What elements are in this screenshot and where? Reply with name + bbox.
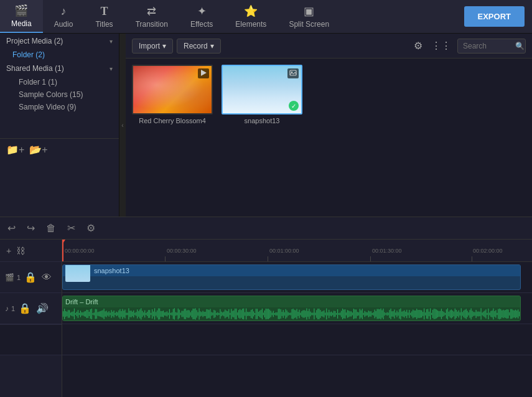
sidebar-item-shared-media[interactable]: Shared Media (1) ▾ [0, 61, 119, 76]
cut-button[interactable]: ✂ [66, 221, 77, 235]
import-chevron-icon: ▾ [162, 42, 166, 50]
svg-rect-179 [281, 309, 281, 319]
audio-lock-button[interactable]: 🔒 [17, 301, 32, 315]
media-item-snapshot[interactable]: ✓ snapshot13 [222, 65, 302, 210]
svg-rect-231 [345, 309, 345, 319]
sidebar-item-project-media[interactable]: Project Media (2) ▾ [0, 34, 119, 49]
svg-rect-61 [134, 313, 135, 315]
search-input[interactable] [463, 42, 513, 50]
svg-rect-317 [451, 309, 452, 318]
svg-rect-239 [355, 309, 355, 318]
audio-clip-drift[interactable]: Drift – Drift [62, 296, 521, 321]
sidebar-item-folder[interactable]: Folder (2) [0, 49, 119, 61]
svg-rect-224 [336, 313, 337, 315]
svg-rect-157 [253, 311, 254, 316]
video-lock-button[interactable]: 🔒 [23, 270, 38, 284]
svg-rect-123 [211, 312, 212, 315]
svg-rect-208 [316, 310, 317, 317]
svg-rect-45 [114, 313, 115, 315]
svg-rect-342 [482, 312, 482, 315]
nav-item-effects[interactable]: ✦ Effects [179, 0, 224, 33]
add-smart-folder-button[interactable]: 📂+ [29, 144, 47, 156]
svg-rect-177 [278, 309, 279, 319]
nav-item-splitscreen[interactable]: ▣ Split Screen [278, 0, 340, 33]
svg-rect-82 [161, 311, 161, 317]
svg-rect-243 [360, 309, 360, 319]
timeline-right: 00:00:00:00 00:00:30:00 00:01:00:00 00:0… [62, 240, 532, 397]
svg-rect-351 [493, 309, 493, 320]
audio-volume-button[interactable]: 🔊 [35, 301, 50, 315]
elements-icon: ⭐ [244, 4, 258, 18]
svg-rect-221 [332, 312, 333, 315]
svg-rect-192 [296, 309, 297, 319]
svg-rect-326 [462, 312, 463, 315]
timeline-toolbar: ↩ ↪ 🗑 ✂ ⚙ [0, 217, 532, 240]
svg-rect-121 [208, 310, 209, 318]
svg-rect-274 [398, 312, 398, 316]
add-folder-button[interactable]: 📁+ [6, 144, 24, 156]
sidebar-item-sample-colors[interactable]: Sample Colors (15) [0, 88, 119, 101]
sidebar-item-folder1[interactable]: Folder 1 (1) [0, 76, 119, 88]
svg-rect-277 [401, 312, 402, 316]
svg-rect-85 [164, 312, 165, 315]
svg-rect-372 [519, 312, 520, 317]
audio-track-1: Drift – Drift [62, 293, 532, 324]
svg-rect-188 [292, 309, 292, 319]
media-item-cherry[interactable]: Red Cherry Blossom4 [132, 65, 213, 210]
svg-rect-337 [475, 310, 476, 318]
ruler-tick-1 [165, 256, 166, 261]
undo-button[interactable]: ↩ [6, 221, 17, 235]
svg-rect-225 [337, 309, 338, 319]
svg-rect-264 [385, 313, 386, 315]
titles-icon: T [101, 5, 108, 18]
nav-item-audio[interactable]: ♪ Audio [43, 0, 85, 33]
svg-rect-128 [217, 312, 218, 315]
svg-rect-70 [146, 313, 146, 315]
svg-rect-60 [133, 311, 134, 317]
delete-button[interactable]: 🗑 [45, 222, 57, 235]
audio-clip-header: Drift – Drift [63, 296, 520, 307]
svg-rect-16 [79, 313, 80, 315]
svg-rect-62 [136, 312, 136, 315]
svg-rect-367 [513, 310, 513, 317]
sidebar-collapse-handle[interactable]: ‹ [119, 34, 126, 217]
adjust-button[interactable]: ⚙ [85, 221, 96, 235]
video-clip-snapshot[interactable]: snapshot13 [62, 264, 521, 290]
nav-item-titles[interactable]: T Titles [84, 0, 124, 33]
svg-rect-145 [238, 310, 239, 317]
main-content-area: Project Media (2) ▾ Folder (2) Shared Me… [0, 34, 532, 217]
svg-rect-355 [498, 309, 498, 319]
svg-rect-30 [96, 309, 97, 319]
svg-rect-20 [84, 312, 85, 317]
media-panel: Import ▾ Record ▾ ⚙ ⋮⋮ 🔍 [126, 34, 532, 217]
redo-button[interactable]: ↪ [26, 221, 36, 235]
add-track-button[interactable]: + [5, 245, 12, 257]
svg-rect-226 [338, 313, 339, 315]
video-visibility-button[interactable]: 👁 [40, 271, 53, 284]
svg-rect-210 [319, 309, 319, 319]
svg-rect-314 [447, 309, 448, 320]
link-button[interactable]: ⛓ [15, 245, 26, 257]
svg-rect-345 [485, 309, 486, 319]
svg-rect-340 [479, 312, 480, 316]
nav-item-elements[interactable]: ⭐ Elements [224, 0, 278, 33]
svg-rect-246 [363, 313, 364, 315]
nav-item-transition[interactable]: ⇄ Transition [124, 0, 179, 33]
svg-rect-115 [201, 312, 202, 315]
svg-rect-87 [167, 311, 167, 316]
empty-track [62, 324, 532, 355]
record-button[interactable]: Record ▾ [177, 39, 221, 54]
svg-rect-203 [310, 312, 310, 317]
snapshot-thumbnail: ✓ [222, 65, 302, 114]
svg-rect-236 [351, 311, 352, 316]
svg-rect-294 [422, 312, 423, 316]
import-button[interactable]: Import ▾ [132, 39, 173, 54]
svg-rect-107 [192, 311, 192, 317]
filter-button[interactable]: ⚙ [411, 37, 425, 54]
export-button[interactable]: EXPORT [464, 6, 525, 27]
nav-item-media[interactable]: 🎬 Media [0, 0, 43, 33]
sidebar-item-sample-video[interactable]: Sample Video (9) [0, 101, 119, 113]
svg-rect-333 [471, 309, 472, 320]
svg-rect-146 [240, 309, 240, 319]
grid-view-button[interactable]: ⋮⋮ [429, 37, 454, 54]
